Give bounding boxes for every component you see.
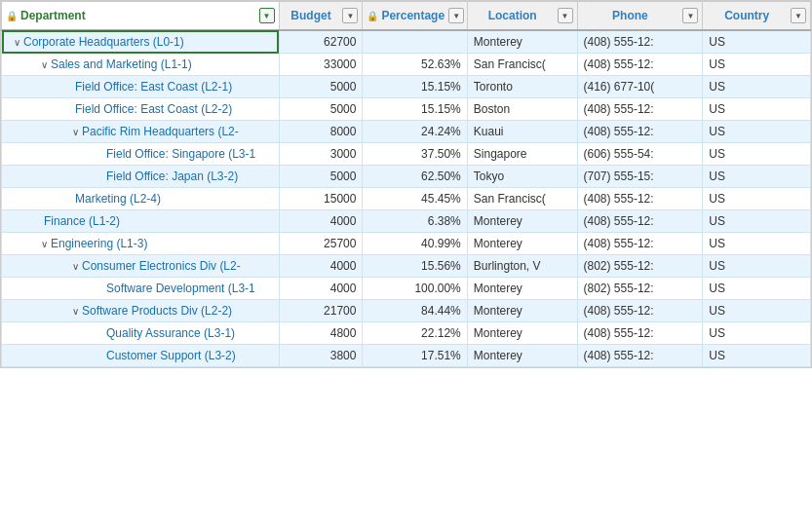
dept-name: Finance (L1-2) <box>44 214 120 228</box>
country-cell: US <box>703 188 811 210</box>
table-row: Field Office: Singapore (L3-1300037.50%S… <box>2 143 811 166</box>
dept-name: Engineering (L1-3) <box>51 237 147 250</box>
table-row: Quality Assurance (L3-1)480022.12%Monter… <box>2 322 811 345</box>
header-row: 🔒 Department ▼ Budget ▼ <box>2 2 811 31</box>
expand-icon[interactable]: ∨ <box>21 59 48 70</box>
percentage-header[interactable]: 🔒 Percentage ▼ <box>363 2 467 31</box>
pct-cell: 100.00% <box>363 278 467 300</box>
location-cell: Monterey <box>467 278 577 300</box>
dept-cell[interactable]: Field Office: Singapore (L3-1 <box>2 143 280 166</box>
dept-cell[interactable]: Finance (L1-2) <box>2 210 280 233</box>
table-row: Field Office: Japan (L3-2)500062.50%Toky… <box>2 166 811 188</box>
dept-cell[interactable]: ∨Engineering (L1-3) <box>2 233 280 255</box>
dept-name: Pacific Rim Headquarters (L2- <box>82 125 239 138</box>
location-cell: Tokyo <box>467 166 577 188</box>
dept-name: Sales and Marketing (L1-1) <box>51 57 192 71</box>
dept-cell[interactable]: Marketing (L2-4) <box>2 188 280 210</box>
table-row: ∨Corporate Headquarters (L0-1)62700Monte… <box>2 30 811 54</box>
country-cell: US <box>703 345 811 367</box>
location-cell: Monterey <box>467 233 577 255</box>
country-cell: US <box>703 278 811 300</box>
dept-lock-icon: 🔒 <box>6 11 18 21</box>
location-cell: San Francisc( <box>467 54 577 76</box>
budget-cell: 5000 <box>279 98 363 121</box>
pct-cell: 84.44% <box>363 300 467 322</box>
expand-icon[interactable]: ∨ <box>8 37 20 48</box>
phone-cell: (408) 555-12: <box>577 30 703 54</box>
phone-cell: (606) 555-54: <box>577 143 703 166</box>
pct-cell: 37.50% <box>363 143 467 166</box>
dept-cell[interactable]: Software Development (L3-1 <box>2 278 280 300</box>
table-row: ∨Sales and Marketing (L1-1)3300052.63%Sa… <box>2 54 811 76</box>
dept-name: Field Office: Singapore (L3-1 <box>106 147 255 161</box>
dept-cell[interactable]: ∨Pacific Rim Headquarters (L2- <box>2 121 280 143</box>
dept-cell[interactable]: ∨Consumer Electronics Div (L2- <box>2 255 280 278</box>
budget-sort-button[interactable]: ▼ <box>342 8 358 23</box>
percentage-header-label: Percentage <box>381 9 445 22</box>
phone-cell: (408) 555-12: <box>577 322 703 345</box>
dept-cell[interactable]: Quality Assurance (L3-1) <box>2 322 280 345</box>
department-header-label: Department <box>20 9 86 22</box>
location-cell: Monterey <box>467 345 577 367</box>
dept-cell[interactable]: ∨Corporate Headquarters (L0-1) <box>2 30 280 54</box>
country-header[interactable]: Country ▼ <box>703 2 811 31</box>
country-cell: US <box>703 98 811 121</box>
country-cell: US <box>703 30 811 54</box>
dept-sort-button[interactable]: ▼ <box>259 8 275 23</box>
pct-cell: 52.63% <box>363 54 467 76</box>
budget-header-label: Budget <box>290 9 330 22</box>
table-row: ∨Consumer Electronics Div (L2-400015.56%… <box>2 255 811 278</box>
dept-cell[interactable]: Field Office: East Coast (L2-2) <box>2 98 280 121</box>
pct-cell <box>363 30 467 54</box>
location-cell: Kuaui <box>467 121 577 143</box>
location-cell: Monterey <box>467 30 577 54</box>
country-sort-button[interactable]: ▼ <box>791 8 806 23</box>
country-cell: US <box>703 54 811 76</box>
phone-cell: (408) 555-12: <box>577 121 703 143</box>
dept-cell[interactable]: Field Office: Japan (L3-2) <box>2 166 280 188</box>
department-header[interactable]: 🔒 Department ▼ <box>2 2 280 31</box>
expand-icon[interactable]: ∨ <box>37 306 79 317</box>
budget-cell: 4000 <box>279 278 363 300</box>
location-sort-button[interactable]: ▼ <box>558 8 573 23</box>
pct-cell: 15.15% <box>363 98 467 121</box>
dept-name: Quality Assurance (L3-1) <box>106 326 235 340</box>
country-cell: US <box>703 166 811 188</box>
pct-cell: 22.12% <box>363 322 467 345</box>
country-cell: US <box>703 76 811 98</box>
pct-cell: 15.15% <box>363 76 467 98</box>
phone-cell: (408) 555-12: <box>577 345 703 367</box>
pct-cell: 40.99% <box>363 233 467 255</box>
expand-icon[interactable]: ∨ <box>21 239 48 249</box>
location-header[interactable]: Location ▼ <box>467 2 577 31</box>
pct-cell: 17.51% <box>363 345 467 367</box>
budget-header[interactable]: Budget ▼ <box>279 2 363 31</box>
pct-cell: 45.45% <box>363 188 467 210</box>
country-cell: US <box>703 121 811 143</box>
pct-cell: 62.50% <box>363 166 467 188</box>
location-cell: Monterey <box>467 210 577 233</box>
country-cell: US <box>703 300 811 322</box>
expand-icon[interactable]: ∨ <box>37 127 79 137</box>
phone-sort-button[interactable]: ▼ <box>682 8 698 23</box>
table-row: Field Office: East Coast (L2-1)500015.15… <box>2 76 811 98</box>
phone-header[interactable]: Phone ▼ <box>577 2 703 31</box>
expand-icon[interactable]: ∨ <box>37 261 79 272</box>
dept-cell[interactable]: ∨Sales and Marketing (L1-1) <box>2 54 280 76</box>
phone-cell: (802) 555-12: <box>577 255 703 278</box>
dept-cell[interactable]: ∨Software Products Div (L2-2) <box>2 300 280 322</box>
dept-cell[interactable]: Customer Support (L3-2) <box>2 345 280 367</box>
budget-cell: 5000 <box>279 166 363 188</box>
phone-cell: (408) 555-12: <box>577 188 703 210</box>
phone-header-label: Phone <box>612 9 648 22</box>
phone-cell: (408) 555-12: <box>577 54 703 76</box>
table-row: Marketing (L2-4)1500045.45%San Francisc(… <box>2 188 811 210</box>
country-cell: US <box>703 210 811 233</box>
pct-sort-button[interactable]: ▼ <box>448 8 464 23</box>
country-cell: US <box>703 143 811 166</box>
table-row: ∨Software Products Div (L2-2)2170084.44%… <box>2 300 811 322</box>
dept-cell[interactable]: Field Office: East Coast (L2-1) <box>2 76 280 98</box>
dept-name: Corporate Headquarters (L0-1) <box>23 35 184 49</box>
phone-cell: (416) 677-10( <box>577 76 703 98</box>
pct-cell: 6.38% <box>363 210 467 233</box>
